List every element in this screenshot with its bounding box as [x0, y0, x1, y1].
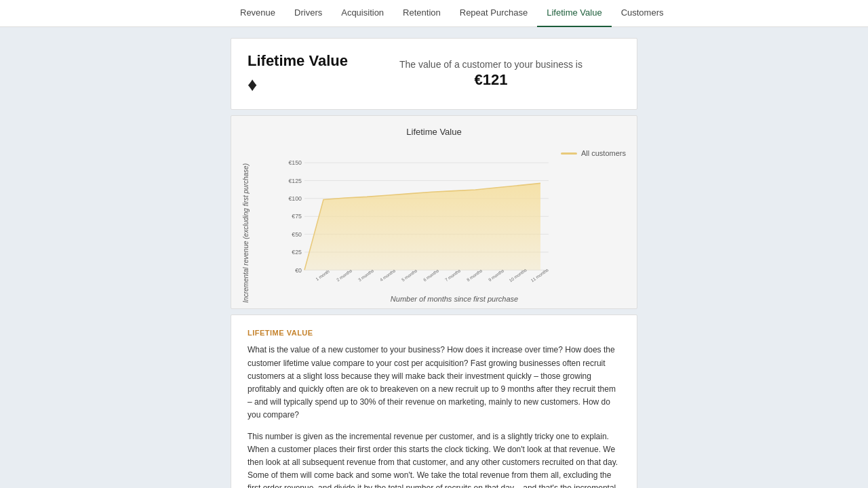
chart-svg: €150 €125 €100 €75 €50 €25 €0 [283, 142, 554, 291]
nav-bar: RevenueDriversAcquisitionRetentionRepeat… [0, 0, 868, 27]
section-label: LIFETIME VALUE [248, 329, 620, 337]
svg-text:€75: €75 [292, 214, 302, 220]
svg-text:€50: €50 [292, 231, 302, 238]
x-axis-label: Number of months since first purchase [283, 295, 626, 303]
nav-item-lifetime-value[interactable]: Lifetime Value [537, 0, 611, 27]
nav-item-acquisition[interactable]: Acquisition [332, 0, 393, 27]
nav-item-repeat-purchase[interactable]: Repeat Purchase [450, 0, 537, 27]
svg-text:€0: €0 [295, 267, 302, 274]
value-number: €121 [475, 71, 508, 89]
svg-text:€150: €150 [288, 160, 302, 167]
svg-text:€125: €125 [288, 178, 302, 184]
page-title: Lifetime Value [248, 52, 348, 70]
nav-item-retention[interactable]: Retention [393, 0, 450, 27]
svg-text:€25: €25 [292, 249, 302, 256]
header-card: Lifetime Value ♦ The value of a customer… [231, 38, 637, 110]
svg-text:€100: €100 [288, 195, 302, 202]
main-content: Lifetime Value ♦ The value of a customer… [0, 27, 868, 488]
chart-and-legend: €150 €125 €100 €75 €50 €25 €0 [283, 142, 626, 293]
page-wrapper: RevenueDriversAcquisitionRetentionRepeat… [0, 0, 868, 488]
info-paragraph-1: What is the value of a new customer to y… [248, 344, 620, 422]
nav-item-revenue[interactable]: Revenue [231, 0, 285, 27]
legend-label: All customers [581, 149, 626, 157]
chart-title: Lifetime Value [242, 127, 626, 137]
chart-area: €150 €125 €100 €75 €50 €25 €0 [283, 142, 626, 303]
diamond-icon: ♦ [248, 74, 257, 96]
chart-svg-wrapper: €150 €125 €100 €75 €50 €25 €0 [283, 142, 554, 293]
nav-item-customers[interactable]: Customers [612, 0, 673, 27]
legend-all-customers: All customers [561, 149, 626, 157]
info-card: LIFETIME VALUE What is the value of a ne… [231, 314, 637, 488]
y-axis-label: Incremental revenue (excluding first pur… [242, 143, 283, 303]
chart-area-fill [304, 184, 540, 270]
legend-line [561, 152, 577, 155]
info-paragraph-2: This number is given as the incremental … [248, 430, 620, 488]
chart-container: Incremental revenue (excluding first pur… [242, 142, 626, 303]
header-right: The value of a customer to your business… [361, 59, 620, 89]
chart-legend: All customers [561, 142, 626, 293]
chart-card: Lifetime Value Incremental revenue (excl… [231, 115, 637, 309]
value-label: The value of a customer to your business… [399, 59, 583, 70]
nav-item-drivers[interactable]: Drivers [285, 0, 332, 27]
svg-text:1 month: 1 month [315, 269, 330, 282]
header-left: Lifetime Value ♦ [248, 52, 348, 96]
